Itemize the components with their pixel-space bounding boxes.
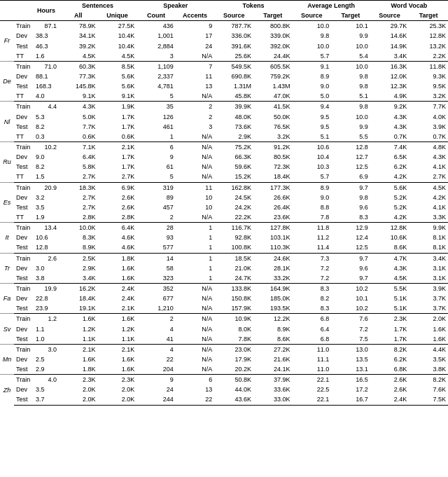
wv-src-cell: 4.3K xyxy=(370,263,410,273)
wv-src-cell: 6.2K xyxy=(370,162,410,172)
tok-tgt-cell: 8.6K xyxy=(253,334,293,345)
sent-all-cell: 2.5K xyxy=(59,253,98,263)
spk-count-cell: 2 xyxy=(136,314,176,324)
wv-src-cell: 16.3K xyxy=(370,61,410,71)
tok-src-cell: 787.7K xyxy=(214,21,253,32)
split-cell: Test xyxy=(14,202,34,212)
spk-count-cell: 1,001 xyxy=(136,31,176,41)
sent-all-header: All xyxy=(59,11,98,21)
avglen-src-cell: 11.4 xyxy=(293,242,332,253)
spk-accents-cell: N/A xyxy=(176,212,215,223)
tok-src-cell: 92.8K xyxy=(214,233,253,242)
hours-cell: 3.8 xyxy=(34,273,59,284)
split-cell: Train xyxy=(14,141,34,152)
sent-all-cell: 19.1K xyxy=(59,303,98,314)
spk-count-cell: 457 xyxy=(136,202,176,212)
wv-tgt-cell: 8.2K xyxy=(409,375,448,385)
hours-cell: 3.0 xyxy=(34,344,59,354)
avglen-tgt-cell: 9.8 xyxy=(331,71,370,81)
spk-count-cell: 2,337 xyxy=(136,71,176,81)
spk-accents-cell: 2 xyxy=(176,112,215,122)
spk-accents-cell: N/A xyxy=(176,152,215,162)
split-cell: Test xyxy=(14,162,34,172)
split-cell: Test xyxy=(14,122,34,132)
wv-src-cell: 9.2K xyxy=(370,102,410,112)
avglen-tgt-cell: 5.5 xyxy=(331,132,370,142)
sent-all-cell: 77.3K xyxy=(59,71,98,81)
spk-count-cell: 14 xyxy=(136,253,176,263)
spk-accents-cell: 13 xyxy=(176,385,215,394)
avglen-tgt-cell: 9.8 xyxy=(331,102,370,112)
wv-tgt-cell: 4.5K xyxy=(409,182,448,193)
spk-accents-cell: 1 xyxy=(176,273,215,284)
split-cell: Dev xyxy=(14,385,34,394)
avglen-tgt-cell: 9.8 xyxy=(331,193,370,202)
sent-all-cell: 5.0K xyxy=(59,112,98,122)
spk-accents-cell: 1 xyxy=(176,233,215,242)
avglen-tgt-cell: 9.8 xyxy=(331,81,370,91)
sent-all-cell: 34.1K xyxy=(59,31,98,41)
tok-src-cell: 20.2K xyxy=(214,364,253,375)
sent-all-cell: 7.1K xyxy=(59,141,98,152)
spk-accents-cell: 11 xyxy=(176,71,215,81)
avglen-tgt-cell: 5.1 xyxy=(331,91,370,102)
spk-count-cell: 24 xyxy=(136,385,176,394)
tok-src-cell: 17.9K xyxy=(214,354,253,364)
wv-src-cell: 7.4K xyxy=(370,141,410,152)
wv-tgt-cell: 2.7K xyxy=(409,172,448,182)
tok-src-cell: 24.2K xyxy=(214,202,253,212)
avglen-tgt-cell: 7.5 xyxy=(331,334,370,345)
avglen-tgt-cell: 6.9 xyxy=(331,172,370,182)
avglen-tgt-cell: 7.6 xyxy=(331,314,370,324)
spk-accents-cell: N/A xyxy=(176,51,215,62)
avglen-tgt-cell: 9.7 xyxy=(331,253,370,263)
tok-src-cell: 43.6K xyxy=(214,394,253,405)
split-cell: Dev xyxy=(14,293,34,303)
sent-unique-cell: 10.4K xyxy=(98,41,137,51)
spk-accents-cell: 1 xyxy=(176,263,215,273)
wv-src-cell: 6.2K xyxy=(370,354,410,364)
wv-src-cell: 14.9K xyxy=(370,41,410,51)
spk-accents-cell: N/A xyxy=(176,293,215,303)
spk-accents-cell: 1 xyxy=(176,223,215,233)
spk-count-cell: 204 xyxy=(136,364,176,375)
spk-count-cell: 1 xyxy=(136,132,176,142)
spk-accents-cell: 9 xyxy=(176,21,215,32)
avglen-tgt-cell: 10.2 xyxy=(331,303,370,314)
split-cell: Train xyxy=(14,375,34,385)
lang-cell: Nl xyxy=(0,102,14,142)
sent-all-cell: 2.3K xyxy=(59,375,98,385)
spk-accents-cell: 1 xyxy=(176,253,215,263)
hours-cell: 1.0 xyxy=(34,334,59,345)
avglen-src-cell: 11.8 xyxy=(293,223,332,233)
avglen-src-cell: 8.3 xyxy=(293,303,332,314)
avglen-tgt-cell: 10.0 xyxy=(331,41,370,51)
sent-all-cell: 5.8K xyxy=(59,162,98,172)
wv-source-header: Source xyxy=(370,11,410,21)
tok-tgt-cell: 33.2K xyxy=(253,273,293,284)
lang-cell: Fr xyxy=(0,21,14,62)
avglen-src-cell: 10.0 xyxy=(293,21,332,32)
tok-src-cell: 21.0K xyxy=(214,263,253,273)
sent-all-cell: 8.3K xyxy=(59,233,98,242)
lang-cell: Es xyxy=(0,182,14,223)
split-cell: Dev xyxy=(14,193,34,202)
wv-tgt-cell: 4.3K xyxy=(409,152,448,162)
avglen-tgt-cell: 9.7 xyxy=(331,273,370,284)
sent-unique-cell: 8.5K xyxy=(98,61,137,71)
split-cell: Dev xyxy=(14,31,34,41)
hours-cell: 4.4 xyxy=(34,102,59,112)
avglen-src-cell: 5.1 xyxy=(293,132,332,142)
wv-src-cell: 12.0K xyxy=(370,71,410,81)
avglen-tgt-cell: 9.7 xyxy=(331,182,370,193)
speaker-header: Speaker xyxy=(136,1,214,11)
hours-cell: 168.3 xyxy=(34,81,59,91)
sent-all-cell: 78.9K xyxy=(59,21,98,32)
spk-accents-cell: 24 xyxy=(176,41,215,51)
tok-src-cell: 157.9K xyxy=(214,303,253,314)
sent-all-cell: 1.6K xyxy=(59,314,98,324)
split-header xyxy=(14,1,34,21)
wv-tgt-cell: 3.9K xyxy=(409,122,448,132)
hours-cell: 87.1 xyxy=(34,21,59,32)
tok-src-cell: 8.0K xyxy=(214,324,253,334)
